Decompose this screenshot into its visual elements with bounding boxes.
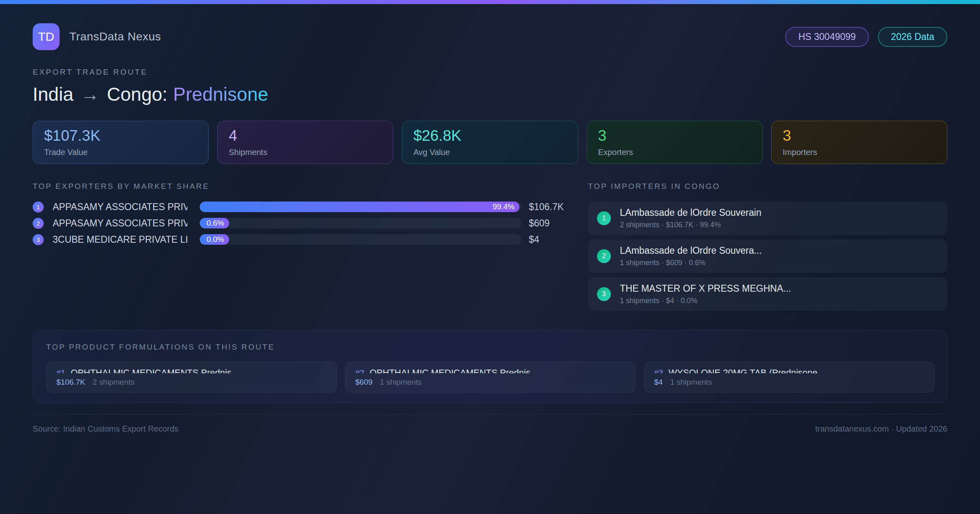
formulations-panel: TOP PRODUCT FORMULATIONS ON THIS ROUTE #… [33,330,947,403]
importer-meta: 1 shipments · $4 · 0.0% [620,297,791,305]
rank-badge: 3 [597,287,611,301]
formulation-cards: #1 OPHTHALMIC MEDICAMENTS Prednis... $10… [46,361,935,393]
title-origin-country: India [33,83,74,105]
formulation-rank: #3 [654,368,663,373]
importer-name: THE MASTER OF X PRESS MEGHNA... [620,283,791,294]
app-logo: TD [33,23,60,50]
stat-label: Shipments [229,148,382,157]
market-share-bar-track: 0.0% [200,234,521,245]
formulation-shipments: 1 shipments [670,378,712,387]
title-destination-country: Congo: [107,83,167,105]
stat-card-exporters: 3 Exporters [587,121,763,164]
importer-meta: 1 shipments · $609 · 0.6% [620,259,762,267]
formulation-card: #2 OPHTHALMIC MEDICAMENTS Prednis... $60… [345,361,636,393]
footer-site: transdatanexus.com · Updated 2026 [815,424,947,434]
rank-badge: 3 [33,234,44,245]
stat-value: 3 [783,128,936,144]
importer-card: 2 LAmbassade de lOrdre Souvera... 1 ship… [588,239,947,273]
formulation-title-line: #1 OPHTHALMIC MEDICAMENTS Prednis... [56,368,327,373]
year-data-badge: 2026 Data [878,27,947,47]
formulation-shipments: 1 shipments [380,378,421,387]
formulation-value: $4 [654,378,663,387]
stat-label: Exporters [598,148,751,157]
formulation-name: WYSOLONE 20MG TAB (Prednisone ... [668,368,827,373]
brand: TD TransData Nexus [33,23,161,50]
formulation-card: #1 OPHTHALMIC MEDICAMENTS Prednis... $10… [46,361,337,393]
header-badges: HS 30049099 2026 Data [785,27,947,47]
exporter-row: 2 APPASAMY ASSOCIATES PRIVAT... 0.6% $60… [33,218,572,228]
stat-value: 3 [598,128,751,144]
importer-card: 1 LAmbassade de lOrdre Souverain 2 shipm… [588,202,947,235]
main-container: TD TransData Nexus HS 30049099 2026 Data… [0,23,980,434]
route-arrow-icon: → [81,83,100,105]
market-share-percent: 0.6% [207,219,224,228]
formulation-value: $609 [355,378,372,387]
importers-heading: TOP IMPORTERS IN CONGO [588,182,947,191]
formulations-heading: TOP PRODUCT FORMULATIONS ON THIS ROUTE [46,343,935,352]
market-share-percent: 99.4% [492,202,514,211]
stats-row: $107.3K Trade Value 4 Shipments $26.8K A… [33,121,947,164]
rank-badge: 2 [597,249,611,263]
market-share-bar-fill: 0.6% [200,218,229,228]
title-product-name: Prednisone [173,83,268,105]
rank-badge: 1 [33,202,44,213]
header: TD TransData Nexus HS 30049099 2026 Data [33,23,947,50]
stat-card-shipments: 4 Shipments [217,121,393,164]
stat-label: Trade Value [44,148,197,157]
exporter-value: $609 [529,218,572,229]
top-accent-bar [0,0,980,4]
market-share-bar-fill: 0.0% [200,234,229,245]
exporter-value: $106.7K [529,202,572,213]
importer-name: LAmbassade de lOrdre Souvera... [620,245,762,256]
page-title: India → Congo: Prednisone [33,83,947,105]
importer-info: THE MASTER OF X PRESS MEGHNA... 1 shipme… [620,283,791,305]
exporter-row: 1 APPASAMY ASSOCIATES PRIVAT... 99.4% $1… [33,202,572,212]
formulation-name: OPHTHALMIC MEDICAMENTS Prednis... [71,368,239,373]
formulation-rank: #2 [355,368,364,373]
importers-section: TOP IMPORTERS IN CONGO 1 LAmbassade de l… [588,182,947,315]
eyebrow-label: EXPORT TRADE ROUTE [33,68,947,77]
stat-value: $26.8K [413,128,566,144]
market-share-bar-fill: 99.4% [200,202,519,212]
exporter-row: 3 3CUBE MEDICARE PRIVATE LIM... 0.0% $4 [33,234,572,245]
formulation-card: #3 WYSOLONE 20MG TAB (Prednisone ... $4 … [644,361,935,393]
exporter-name: APPASAMY ASSOCIATES PRIVAT... [53,202,187,213]
rank-badge: 2 [33,218,44,229]
formulation-rank: #1 [56,368,65,373]
stat-value: 4 [229,128,382,144]
stat-label: Avg Value [413,148,566,157]
formulation-value: $106.7K [56,378,85,387]
stat-value: $107.3K [44,128,197,144]
importer-card: 3 THE MASTER OF X PRESS MEGHNA... 1 ship… [588,277,947,311]
stat-card-avg-value: $26.8K Avg Value [402,121,578,164]
exporter-name: 3CUBE MEDICARE PRIVATE LIM... [53,234,187,245]
formulation-meta-line: $609 1 shipments [355,378,626,387]
importer-name: LAmbassade de lOrdre Souverain [620,207,761,218]
formulation-shipments: 2 shipments [93,378,134,387]
page: TD TransData Nexus HS 30049099 2026 Data… [0,0,980,514]
stat-label: Importers [783,148,936,157]
hs-code-badge: HS 30049099 [785,27,869,47]
formulation-title-line: #2 OPHTHALMIC MEDICAMENTS Prednis... [355,368,626,373]
footer-source: Source: Indian Customs Export Records [33,424,178,434]
formulation-name: OPHTHALMIC MEDICAMENTS Prednis... [370,368,538,373]
stat-card-importers: 3 Importers [771,121,947,164]
importer-meta: 2 shipments · $106.7K · 99.4% [620,221,761,229]
importer-info: LAmbassade de lOrdre Souvera... 1 shipme… [620,245,762,267]
exporter-name: APPASAMY ASSOCIATES PRIVAT... [53,218,187,229]
exporters-heading: TOP EXPORTERS BY MARKET SHARE [33,182,572,191]
rank-badge: 1 [597,211,611,225]
importer-info: LAmbassade de lOrdre Souverain 2 shipmen… [620,207,761,229]
exporter-value: $4 [529,234,572,245]
market-share-percent: 0.0% [207,235,224,244]
app-name: TransData Nexus [69,30,161,43]
exporters-section: TOP EXPORTERS BY MARKET SHARE 1 APPASAMY… [33,182,572,315]
formulation-meta-line: $106.7K 2 shipments [56,378,327,387]
formulation-title-line: #3 WYSOLONE 20MG TAB (Prednisone ... [654,368,924,373]
content-columns: TOP EXPORTERS BY MARKET SHARE 1 APPASAMY… [33,182,947,315]
footer: Source: Indian Customs Export Records tr… [33,414,947,434]
market-share-bar-track: 99.4% [200,202,521,212]
stat-card-trade-value: $107.3K Trade Value [33,121,209,164]
market-share-bar-track: 0.6% [200,218,521,228]
formulation-meta-line: $4 1 shipments [654,378,924,387]
